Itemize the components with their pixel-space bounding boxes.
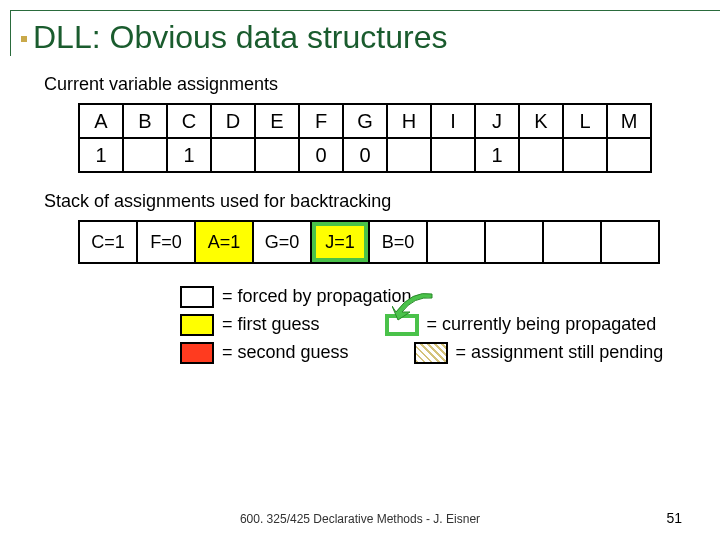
section-current-assignments: Current variable assignments (44, 74, 720, 95)
stack-cell: B=0 (369, 221, 427, 263)
var-value: 0 (299, 138, 343, 172)
legend-row-forced: = forced by propagation (180, 286, 720, 314)
legend-label: = second guess (222, 342, 349, 362)
var-value: 1 (79, 138, 123, 172)
footer-text: 600. 325/425 Declarative Methods - J. Ei… (0, 512, 720, 526)
var-header: K (519, 104, 563, 138)
stack-cell: G=0 (253, 221, 311, 263)
stack-cell (601, 221, 659, 263)
var-header: L (563, 104, 607, 138)
stack-cell: C=1 (79, 221, 137, 263)
stack-cell-propagating: J=1 (311, 221, 369, 263)
page-number: 51 (666, 510, 682, 526)
var-header: A (79, 104, 123, 138)
var-header: C (167, 104, 211, 138)
stack-cell (485, 221, 543, 263)
var-value: 1 (167, 138, 211, 172)
stack-cell: F=0 (137, 221, 195, 263)
arrow-icon (392, 290, 438, 324)
var-header: B (123, 104, 167, 138)
stack-row: C=1 F=0 A=1 G=0 J=1 B=0 (79, 221, 659, 263)
variable-table: A B C D E F G H I J K L M 1 1 0 0 1 (78, 103, 652, 173)
var-value (563, 138, 607, 172)
var-header: D (211, 104, 255, 138)
var-value (123, 138, 167, 172)
var-value (211, 138, 255, 172)
var-value (519, 138, 563, 172)
var-header: M (607, 104, 651, 138)
swatch-white (180, 286, 214, 308)
var-value (255, 138, 299, 172)
var-header: E (255, 104, 299, 138)
variable-header-row: A B C D E F G H I J K L M (79, 104, 651, 138)
swatch-yellow (180, 314, 214, 336)
legend-label: = currently being propagated (427, 314, 657, 334)
legend-col2: = assignment still pending (414, 342, 664, 364)
var-value: 1 (475, 138, 519, 172)
var-header: H (387, 104, 431, 138)
title-accent (21, 36, 27, 42)
legend-row-first: = first guess = currently being propagat… (180, 314, 720, 342)
legend-label: = assignment still pending (456, 342, 664, 362)
variable-value-row: 1 1 0 0 1 (79, 138, 651, 172)
stack-cell (427, 221, 485, 263)
var-header: G (343, 104, 387, 138)
swatch-hatch (414, 342, 448, 364)
stack-cell (543, 221, 601, 263)
var-header: F (299, 104, 343, 138)
var-value: 0 (343, 138, 387, 172)
page-title: DLL: Obvious data structures (21, 19, 720, 56)
legend: = forced by propagation = first guess = … (180, 286, 720, 370)
stack-cell-first-guess: A=1 (195, 221, 253, 263)
var-header: I (431, 104, 475, 138)
legend-label: = first guess (222, 314, 320, 334)
swatch-red (180, 342, 214, 364)
var-value (607, 138, 651, 172)
legend-row-second: = second guess = assignment still pendin… (180, 342, 720, 370)
var-header: J (475, 104, 519, 138)
var-value (387, 138, 431, 172)
section-stack: Stack of assignments used for backtracki… (44, 191, 720, 212)
title-container: DLL: Obvious data structures (10, 10, 720, 56)
var-value (431, 138, 475, 172)
stack-table: C=1 F=0 A=1 G=0 J=1 B=0 (78, 220, 660, 264)
legend-label: = forced by propagation (222, 286, 412, 306)
